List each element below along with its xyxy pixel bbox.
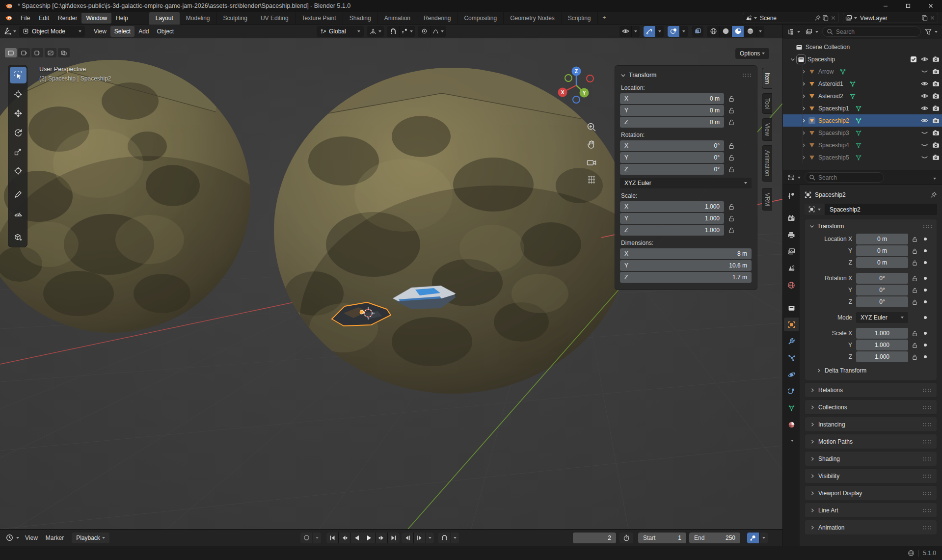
timeline-snap-dropdown[interactable]: [451, 533, 459, 543]
outliner-display-mode-dropdown[interactable]: [786, 28, 802, 35]
unlink-scene-icon[interactable]: [830, 15, 836, 21]
workspace-tab-layout[interactable]: Layout: [149, 12, 180, 25]
tab-constraints[interactable]: [784, 384, 799, 398]
playback-dropdown[interactable]: Playback: [72, 533, 109, 543]
object-type-visibility-dropdown[interactable]: [632, 26, 640, 37]
eye-closed-icon[interactable]: [921, 68, 928, 75]
expand-icon[interactable]: [801, 130, 807, 136]
view-layer-name[interactable]: ViewLayer: [860, 15, 888, 22]
prop-rotation-x[interactable]: 0°: [856, 273, 908, 284]
eye-closed-icon[interactable]: [921, 129, 928, 136]
zoom-icon[interactable]: [586, 122, 597, 133]
outliner-row-asteroid2[interactable]: Asteroid2: [783, 90, 942, 102]
workspace-tab-sculpting[interactable]: Sculpting: [217, 12, 254, 25]
tab-physics[interactable]: [784, 368, 799, 381]
sidebar-tab-vrm[interactable]: VRM: [762, 188, 772, 211]
prop-scale-y[interactable]: 1.000: [856, 340, 908, 350]
camera-visibility-icon[interactable]: [932, 80, 940, 87]
proportional-falloff-dropdown[interactable]: [431, 26, 446, 37]
tab-tool[interactable]: [784, 189, 799, 203]
scale-z-field[interactable]: Z1.000: [620, 225, 724, 236]
jump-to-end-button[interactable]: [388, 533, 400, 543]
show-gizmo-button[interactable]: [644, 26, 655, 37]
expand-icon[interactable]: [801, 106, 807, 111]
previous-keyframe-button[interactable]: [339, 533, 350, 543]
sidebar-tab-tool[interactable]: Tool: [762, 93, 772, 114]
camera-visibility-icon[interactable]: [932, 55, 940, 63]
tab-world[interactable]: [784, 278, 799, 292]
scene-name[interactable]: Scene: [760, 15, 777, 22]
rotation-x-field[interactable]: X0°: [620, 140, 724, 151]
menu-file[interactable]: File: [16, 13, 34, 24]
viewport-3d[interactable]: User Perspective (2) Spaceship | Spacesh…: [0, 38, 782, 529]
tab-particles[interactable]: [784, 351, 799, 365]
sidebar-tab-animation[interactable]: Animation: [762, 145, 772, 181]
pan-hand-icon[interactable]: [586, 139, 597, 150]
transform-orientation-dropdown[interactable]: Global: [317, 26, 364, 37]
transform-panel-header[interactable]: Transform: [805, 219, 937, 233]
outliner-search-input[interactable]: [836, 28, 916, 35]
editor-type-button[interactable]: [0, 27, 19, 35]
eye-open-icon[interactable]: [921, 80, 928, 87]
pin-icon[interactable]: [814, 15, 821, 21]
panel-line-art[interactable]: Line Art: [805, 503, 937, 518]
properties-editor-type-button[interactable]: [786, 174, 802, 181]
breadcrumb-object-name[interactable]: Spaceship2: [815, 191, 846, 198]
object-name-field[interactable]: Spaceship2: [825, 204, 937, 215]
proportional-editing-button[interactable]: [418, 26, 430, 37]
location-x-field[interactable]: X0 m: [620, 93, 724, 104]
scale-x-field[interactable]: X1.000: [620, 201, 724, 212]
checkbox-icon[interactable]: [910, 56, 917, 63]
tool-transform[interactable]: [10, 162, 27, 179]
lock-icon[interactable]: [908, 354, 921, 360]
expand-icon[interactable]: [801, 155, 807, 160]
new-scene-icon[interactable]: [822, 15, 829, 21]
prop-rotation-y[interactable]: 0°: [856, 285, 908, 295]
panel-grip-icon[interactable]: [922, 439, 932, 444]
timeline-editor-type-button[interactable]: [4, 534, 21, 541]
keyframe-dot[interactable]: [924, 332, 927, 335]
lock-icon[interactable]: [908, 342, 921, 348]
tab-modifiers[interactable]: [784, 334, 799, 348]
keyframe-dot[interactable]: [924, 355, 927, 358]
toggle-xray-button[interactable]: [692, 26, 703, 37]
minimize-button[interactable]: [874, 0, 897, 12]
prop-location-y[interactable]: 0 m: [856, 245, 908, 256]
interaction-mode-dropdown[interactable]: Object Mode: [19, 26, 85, 37]
panel-grip-icon[interactable]: [922, 525, 932, 530]
lock-icon[interactable]: [724, 166, 739, 173]
shading-rendered-button[interactable]: [744, 26, 756, 37]
tab-render[interactable]: [784, 212, 799, 225]
timeline-menu-marker[interactable]: Marker: [42, 533, 68, 543]
tool-option-subtract[interactable]: [31, 48, 43, 57]
prop-location-z[interactable]: 0 m: [856, 257, 908, 268]
jump-to-start-button[interactable]: [326, 533, 338, 543]
properties-search[interactable]: [805, 172, 884, 183]
panel-motion-paths[interactable]: Motion Paths: [805, 434, 937, 449]
shading-wireframe-button[interactable]: [707, 26, 719, 37]
tool-rotate[interactable]: [10, 124, 27, 141]
next-keyframe-button[interactable]: [376, 533, 387, 543]
prop-scale-x[interactable]: 1.000: [856, 328, 908, 339]
rotation-mode-dropdown[interactable]: XYZ Euler: [856, 312, 908, 323]
lock-icon[interactable]: [724, 95, 739, 102]
tab-material[interactable]: [784, 418, 799, 431]
lock-icon[interactable]: [724, 107, 739, 114]
workspace-tab-rendering[interactable]: Rendering: [417, 12, 458, 25]
delta-transform-subpanel[interactable]: Delta Transform: [809, 363, 933, 375]
eye-closed-icon[interactable]: [921, 141, 928, 149]
outliner-row-asteroid1[interactable]: Asteroid1: [783, 78, 942, 90]
view-layer-selector[interactable]: ViewLayer: [843, 13, 938, 23]
rotation-z-field[interactable]: Z0°: [620, 164, 724, 175]
camera-visibility-icon[interactable]: [932, 141, 940, 149]
keyframe-dot[interactable]: [924, 249, 927, 252]
play-reverse-button[interactable]: [351, 533, 363, 543]
frame-start-field[interactable]: Start1: [638, 533, 686, 543]
lock-icon[interactable]: [908, 236, 921, 242]
properties-search-input[interactable]: [818, 174, 880, 181]
shading-material-preview-button[interactable]: [732, 26, 744, 37]
outliner-row-arrow[interactable]: Arrow: [783, 65, 942, 78]
dimensions-z-field[interactable]: Z1.7 m: [620, 272, 752, 283]
maximize-button[interactable]: [897, 0, 919, 12]
expand-icon[interactable]: [801, 69, 807, 75]
